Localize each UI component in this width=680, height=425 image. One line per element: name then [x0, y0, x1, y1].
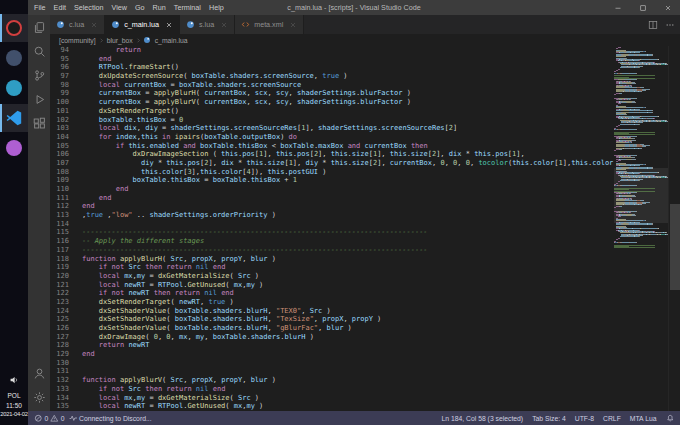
activity-account-button[interactable] [28, 361, 50, 385]
code-line[interactable]: 101 dxSetRenderTarget() [50, 107, 614, 116]
taskbar-time[interactable]: 11:50 [0, 402, 28, 409]
menu-selection[interactable]: Selection [70, 3, 108, 12]
code-text: dxSetShaderValue( boxTable.shaders.blurH… [82, 307, 331, 316]
code-line[interactable]: 114 [50, 220, 614, 229]
code-line[interactable]: 130 [50, 359, 614, 368]
cursor-position[interactable]: Ln 184, Col 58 (3 selected) [442, 415, 524, 422]
taskbar-language[interactable]: POL [0, 392, 28, 399]
code-line[interactable]: 121 local newRT = RTPool.GetUnused( mx,m… [50, 281, 614, 290]
discord-status[interactable]: Connecting to Discord... [69, 414, 152, 423]
code-line[interactable]: 107 diy * this.pos[2], dix * this.size[1… [50, 159, 614, 168]
code-line[interactable]: 129end [50, 350, 614, 359]
code-line[interactable]: 94 return [50, 46, 614, 55]
language-mode[interactable]: MTA Lua [630, 415, 657, 422]
code-line[interactable]: 105 if this.enabled and boxTable.thisBox… [50, 142, 614, 151]
recorder-app[interactable] [0, 14, 28, 42]
code-line[interactable]: 122 if not newRT then return nil end [50, 289, 614, 298]
code-line[interactable]: 126 dxSetShaderValue( boxTable.shaders.b… [50, 324, 614, 333]
scrollbar-thumb[interactable] [670, 204, 680, 290]
activity-files-button[interactable] [28, 15, 50, 39]
code-line[interactable]: 131 [50, 367, 614, 376]
code-line[interactable]: 135 local newRT = RTPool.GetUnused( mx,m… [50, 402, 614, 411]
breadcrumb-item[interactable]: [community] [58, 37, 97, 44]
code-line[interactable]: 109 boxTable.thisBox = boxTable.thisBox … [50, 176, 614, 185]
speaker-icon[interactable] [9, 375, 19, 385]
chat-app[interactable] [0, 74, 28, 102]
tab-size[interactable]: Tab Size: 4 [532, 415, 566, 422]
menu-file[interactable]: File [30, 3, 50, 12]
close-tab-icon[interactable] [289, 21, 297, 29]
taskbar-clock[interactable]: POL 11:50 2021-04-02 [0, 371, 28, 417]
tab-meta.xml[interactable]: meta.xml [235, 15, 304, 34]
vertical-scrollbar[interactable] [668, 46, 680, 411]
code-line[interactable]: 99 currentBox = applyBlurH( currentBox, … [50, 89, 614, 98]
steam-app[interactable] [0, 44, 28, 72]
code-line[interactable]: 95 end [50, 55, 614, 64]
code-line[interactable]: 100 currentBox = applyBlurV( currentBox,… [50, 98, 614, 107]
code-line[interactable]: 134 local mx,my = dxGetMaterialSize( Src… [50, 394, 614, 403]
code-line[interactable]: 123 dxSetRenderTarget( newRT, true ) [50, 298, 614, 307]
code-line[interactable]: 96 RTPool.frameStart() [50, 63, 614, 72]
minimize-button[interactable] [605, 0, 630, 15]
code-line[interactable]: 116-- Apply the different stages [50, 237, 614, 246]
activity-search-button[interactable] [28, 39, 50, 63]
menu-view[interactable]: View [108, 3, 131, 12]
tab-bar: c.luac_main.luas.luameta.xml [50, 15, 680, 34]
code-line[interactable]: 127 dxDrawImage( 0, 0, mx, my, boxTable.… [50, 333, 614, 342]
code-area[interactable]: 94 return95 end96 RTPool.frameStart()97 … [50, 46, 614, 411]
split-editor-icon[interactable] [648, 20, 658, 30]
breadcrumb-item[interactable]: c_main.lua [154, 37, 189, 44]
code-line[interactable]: 106 dxDrawImageSection ( this.pos[1], th… [50, 150, 614, 159]
tab-s.lua[interactable]: s.lua [180, 15, 235, 34]
code-line[interactable]: 118function applyBlurH( Src, propX, prop… [50, 255, 614, 264]
code-line[interactable]: 125 dxSetShaderValue( boxTable.shaders.b… [50, 315, 614, 324]
close-window-button[interactable] [655, 0, 680, 15]
activity-extensions-button[interactable] [28, 111, 50, 135]
code-line[interactable]: 102 boxTable.thisBox = 0 [50, 116, 614, 125]
chat-app-icon [6, 80, 22, 96]
tab-c_main.lua[interactable]: c_main.lua [105, 15, 180, 34]
menu-go[interactable]: Go [131, 3, 149, 12]
code-line[interactable]: 110 end [50, 185, 614, 194]
code-line[interactable]: 120 local mx,my = dxGetMaterialSize( Src… [50, 272, 614, 281]
close-tab-icon[interactable] [220, 21, 228, 29]
code-line[interactable]: 128 return newRT [50, 341, 614, 350]
code-line[interactable]: 133 if not Src then return nil end [50, 385, 614, 394]
problems-indicator[interactable]: 0 0 [34, 414, 65, 423]
code-line[interactable]: 113,true ,"low" .. shaderSettings.orderP… [50, 211, 614, 220]
code-line[interactable]: 119 if not Src then return nil end [50, 263, 614, 272]
code-line[interactable]: 111 end [50, 194, 614, 203]
tab-c.lua[interactable]: c.lua [50, 15, 105, 34]
code-text: end [82, 194, 112, 203]
maximize-button[interactable] [630, 0, 655, 15]
close-tab-icon[interactable] [90, 21, 98, 29]
encoding[interactable]: UTF-8 [575, 415, 594, 422]
breadcrumb-item[interactable]: blur_box [106, 37, 134, 44]
code-line[interactable]: 98 local currentBox = boxTable.shaders.s… [50, 81, 614, 90]
code-line[interactable]: 97 dxUpdateScreenSource( boxTable.shader… [50, 72, 614, 81]
menu-help[interactable]: Help [205, 3, 228, 12]
menu-run[interactable]: Run [149, 3, 170, 12]
more-actions-icon[interactable] [665, 20, 675, 30]
code-line[interactable]: 108 this.color[3],this.color[4]), this.p… [50, 168, 614, 177]
activity-debug-button[interactable] [28, 87, 50, 111]
taskbar-date[interactable]: 2021-04-02 [0, 411, 28, 417]
code-line[interactable]: 132function applyBlurV( Src, propX, prop… [50, 376, 614, 385]
menu-edit[interactable]: Edit [50, 3, 70, 12]
menu-terminal[interactable]: Terminal [170, 3, 205, 12]
activity-branch-button[interactable] [28, 63, 50, 87]
minimap[interactable] [614, 46, 668, 411]
activity-gear-button[interactable] [28, 385, 50, 409]
close-tab-icon[interactable] [165, 21, 173, 29]
bell-icon[interactable] [666, 414, 675, 423]
code-line[interactable]: 124 dxSetShaderValue( boxTable.shaders.b… [50, 307, 614, 316]
eol-sequence[interactable]: CRLF [603, 415, 621, 422]
music-app[interactable] [0, 134, 28, 162]
code-line[interactable]: 104 for index,this in ipairs(boxTable.ou… [50, 133, 614, 142]
editor[interactable]: 94 return95 end96 RTPool.frameStart()97 … [50, 46, 680, 411]
vscode-app[interactable] [0, 104, 28, 132]
code-line[interactable]: 112end [50, 202, 614, 211]
code-line[interactable]: 115-------------------------------------… [50, 228, 614, 237]
code-line[interactable]: 103 local dix, diy = shaderSettings.scre… [50, 124, 614, 133]
code-line[interactable]: 117-------------------------------------… [50, 246, 614, 255]
